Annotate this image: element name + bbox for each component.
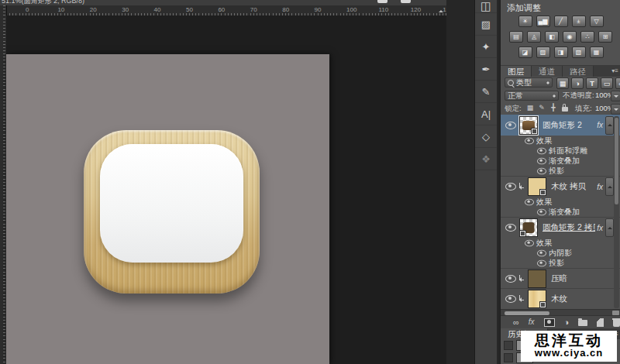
layer-thumbnail[interactable] bbox=[528, 177, 546, 196]
layer-row[interactable]: 圆角矩形 2 拷贝fx bbox=[501, 217, 620, 238]
character-panel-icon[interactable]: A| bbox=[475, 103, 497, 125]
layer-thumbnail[interactable] bbox=[519, 116, 538, 135]
brush-panel-icon[interactable]: ✒ bbox=[475, 58, 497, 81]
visibility-eye-icon[interactable] bbox=[525, 137, 534, 144]
3d-panel-icon[interactable]: ◇ bbox=[475, 125, 497, 148]
visibility-eye-icon[interactable] bbox=[505, 295, 516, 303]
effect-row[interactable]: 投影 bbox=[501, 258, 620, 268]
effects-header-row[interactable]: 效果 bbox=[501, 197, 620, 207]
exposure-icon[interactable]: ± bbox=[572, 15, 586, 27]
layer-name[interactable]: 圆角矩形 2 拷贝 bbox=[542, 222, 595, 233]
channel-mixer-icon[interactable]: ∴ bbox=[580, 31, 594, 43]
color-balance-icon[interactable]: ◬ bbox=[527, 31, 541, 43]
effect-row[interactable]: 斜面和浮雕 bbox=[501, 146, 620, 156]
layer-name[interactable]: 木纹 bbox=[551, 294, 620, 304]
swatches-panel-icon[interactable]: ✦ bbox=[475, 36, 497, 58]
selective-color-icon[interactable]: ▦ bbox=[590, 46, 604, 58]
hue-saturation-icon[interactable]: ▤ bbox=[509, 31, 523, 43]
collapse-effects-button[interactable] bbox=[605, 116, 614, 135]
window-control-button[interactable] bbox=[377, 0, 388, 3]
filter-type-layers-icon[interactable]: T bbox=[586, 77, 598, 89]
effect-row[interactable]: 渐变叠加 bbox=[501, 207, 620, 217]
link-layers-icon[interactable]: ∞ bbox=[513, 318, 519, 327]
tab-paths[interactable]: 路径 bbox=[563, 66, 594, 77]
gradient-map-icon[interactable]: ▧ bbox=[572, 46, 586, 58]
visibility-eye-icon[interactable] bbox=[505, 122, 516, 129]
visibility-eye-icon[interactable] bbox=[505, 224, 516, 232]
fill-dropdown-icon[interactable] bbox=[611, 104, 620, 115]
visibility-eye-icon[interactable] bbox=[537, 259, 546, 266]
ruler-number: 50 bbox=[186, 6, 193, 13]
visibility-eye-icon[interactable] bbox=[537, 147, 546, 154]
panel-menu-icon[interactable]: ▾≡ bbox=[611, 67, 618, 74]
posterize-icon[interactable]: ▨ bbox=[536, 46, 550, 58]
lock-row: 锁定: ▦ ✎ ╋ 填充: 100% bbox=[501, 103, 620, 115]
horizontal-ruler[interactable]: 0102030405060708090100110120130 bbox=[6, 5, 446, 16]
invert-icon[interactable]: ◪ bbox=[518, 46, 532, 58]
visibility-eye-icon[interactable] bbox=[537, 157, 546, 164]
visibility-eye-icon[interactable] bbox=[525, 198, 534, 205]
styles-panel-icon[interactable]: ✎ bbox=[475, 81, 497, 103]
brightness-contrast-icon[interactable]: ☀ bbox=[518, 15, 532, 27]
layer-row[interactable]: 压暗 bbox=[501, 268, 620, 288]
add-layer-mask-icon[interactable] bbox=[544, 318, 555, 327]
black-white-icon[interactable]: ◧ bbox=[545, 31, 559, 43]
combo-stepper-icon bbox=[553, 93, 556, 99]
visibility-eye-icon[interactable] bbox=[537, 167, 546, 174]
paragraph-panel-icon[interactable]: ▨ bbox=[475, 13, 497, 36]
window-control-button[interactable] bbox=[401, 0, 411, 3]
tab-channels[interactable]: 通道 bbox=[532, 66, 563, 77]
tab-layers[interactable]: 图层 bbox=[501, 66, 532, 77]
canvas-document[interactable] bbox=[6, 54, 329, 364]
new-group-icon[interactable] bbox=[578, 318, 587, 326]
lock-transparent-pixels-icon[interactable]: ▦ bbox=[525, 103, 535, 112]
layer-row[interactable]: 木纹 拷贝fx bbox=[501, 176, 620, 197]
history-source-checkbox[interactable] bbox=[504, 353, 513, 362]
layer-name[interactable]: 木纹 拷贝 bbox=[551, 181, 595, 192]
effect-row[interactable]: 渐变叠加 bbox=[501, 156, 620, 166]
lock-all-icon[interactable] bbox=[560, 103, 570, 112]
visibility-eye-icon[interactable] bbox=[537, 249, 546, 256]
layer-thumbnail[interactable] bbox=[528, 270, 546, 288]
filter-smart-objects-icon[interactable]: ◈ bbox=[615, 77, 620, 89]
sync-settings-panel-icon[interactable]: ❖ bbox=[475, 148, 497, 170]
history-source-checkbox[interactable] bbox=[504, 341, 513, 350]
levels-icon[interactable]: ▄▆ bbox=[536, 15, 550, 27]
layers-vertical-scrollbar[interactable] bbox=[614, 116, 619, 308]
lock-image-pixels-icon[interactable]: ✎ bbox=[537, 103, 546, 112]
layer-style-icon[interactable]: fx bbox=[529, 318, 535, 326]
effects-header-row[interactable]: 效果 bbox=[501, 238, 620, 248]
filter-shape-layers-icon[interactable]: ▭ bbox=[601, 77, 613, 89]
effect-row[interactable]: 内阴影 bbox=[501, 248, 620, 258]
photo-filter-icon[interactable]: ◉ bbox=[563, 31, 577, 43]
effects-header-row[interactable]: 效果 bbox=[501, 136, 620, 146]
opacity-dropdown-icon[interactable] bbox=[611, 91, 620, 101]
layer-filter-type-select[interactable]: 类型 bbox=[505, 77, 553, 88]
filter-pixel-layers-icon[interactable]: ▦ bbox=[556, 77, 569, 89]
layer-name[interactable]: 压暗 bbox=[551, 273, 620, 284]
collapse-effects-button[interactable] bbox=[605, 177, 614, 196]
curves-icon[interactable]: ╱ bbox=[554, 15, 568, 27]
threshold-icon[interactable]: ◨ bbox=[554, 46, 568, 58]
new-adjustment-layer-icon[interactable]: ◑ bbox=[564, 318, 570, 327]
collapse-effects-button[interactable] bbox=[605, 218, 614, 237]
layer-thumbnail[interactable] bbox=[528, 290, 546, 308]
visibility-eye-icon[interactable] bbox=[505, 183, 516, 191]
delete-layer-icon[interactable] bbox=[613, 318, 620, 327]
visibility-eye-icon[interactable] bbox=[505, 275, 516, 283]
layer-thumbnail[interactable] bbox=[519, 218, 538, 237]
layer-row[interactable]: 圆角矩形 2fx bbox=[501, 115, 620, 136]
filter-adjustment-layers-icon[interactable]: ◑ bbox=[571, 77, 584, 89]
clone-source-panel-icon[interactable]: ◫ bbox=[475, 0, 497, 13]
vibrance-icon[interactable]: ▽ bbox=[590, 15, 604, 27]
layer-name[interactable]: 圆角矩形 2 bbox=[542, 120, 595, 131]
effect-row[interactable]: 投影 bbox=[501, 166, 620, 176]
lock-position-icon[interactable]: ╋ bbox=[549, 103, 558, 112]
ruler-number: 110 bbox=[378, 6, 388, 13]
blend-mode-select[interactable]: 正常 bbox=[505, 91, 559, 101]
visibility-eye-icon[interactable] bbox=[525, 239, 534, 246]
layer-row[interactable]: 木纹 bbox=[501, 288, 620, 308]
visibility-eye-icon[interactable] bbox=[537, 208, 546, 215]
new-layer-icon[interactable] bbox=[597, 318, 604, 327]
color-lookup-icon[interactable]: ⊞ bbox=[598, 31, 612, 43]
